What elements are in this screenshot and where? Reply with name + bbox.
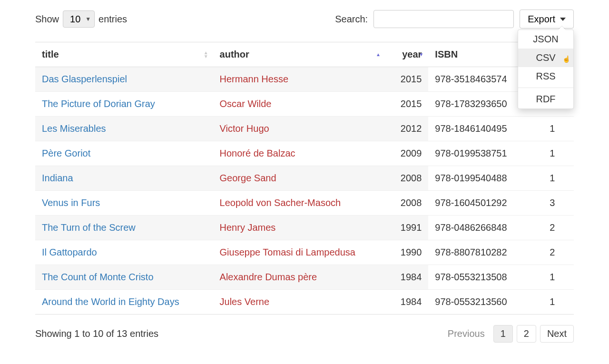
col-author[interactable]: author ▲ (213, 42, 385, 67)
cell-title: The Turn of the Screw (35, 216, 213, 240)
col-isbn[interactable]: ISBN ▲▼ (428, 42, 530, 67)
title-link[interactable]: The Turn of the Screw (42, 222, 136, 233)
export-option-csv[interactable]: CSV ☝ (518, 49, 573, 67)
title-link[interactable]: The Picture of Dorian Gray (42, 98, 155, 109)
cell-year: 2012 (385, 117, 429, 141)
cell-isbn: 978-1846140495 (428, 117, 530, 141)
table-row: Das GlasperlenspielHermann Hesse2015978-… (35, 67, 574, 92)
table-footer: Showing 1 to 10 of 13 entries Previous 1… (35, 325, 574, 343)
cell-year: 1990 (385, 240, 429, 265)
table-row: The Count of Monte CristoAlexandre Dumas… (35, 265, 574, 290)
cell-year: 1984 (385, 265, 429, 290)
data-table: title ▲▼ author ▲ year ▼ ISBN ▲ (35, 42, 574, 315)
cell-title: Père Goriot (35, 141, 213, 166)
search-input[interactable] (373, 10, 514, 28)
export-option-rdf[interactable]: RDF (518, 90, 573, 108)
cell-count: 1 (530, 166, 574, 191)
title-link[interactable]: Les Miserables (42, 123, 106, 134)
title-link[interactable]: Around the World in Eighty Days (42, 296, 179, 307)
cell-author: Honoré de Balzac (213, 141, 385, 166)
table-row: Around the World in Eighty DaysJules Ver… (35, 290, 574, 315)
export-option-csv-label: CSV (536, 52, 555, 63)
cell-year: 2015 (385, 92, 429, 117)
cell-author: Leopold von Sacher-Masoch (213, 191, 385, 216)
cell-count: 3 (530, 191, 574, 216)
export-option-json[interactable]: JSON (518, 30, 573, 49)
table-row: Père GoriotHonoré de Balzac2009978-01995… (35, 141, 574, 166)
page-previous[interactable]: Previous (443, 325, 490, 342)
title-link[interactable]: Venus in Furs (42, 197, 100, 208)
page-length-select[interactable]: 10 (63, 10, 95, 28)
table-info: Showing 1 to 10 of 13 entries (35, 328, 158, 339)
sort-icon: ▼ (419, 53, 423, 57)
title-link[interactable]: Il Gattopardo (42, 247, 97, 257)
table-row: IndianaGeorge Sand2008978-01995404881 (35, 166, 574, 191)
cell-author: Jules Verne (213, 290, 385, 315)
cell-author: Alexandre Dumas père (213, 265, 385, 290)
title-link[interactable]: Indiana (42, 173, 73, 183)
col-title-label: title (42, 49, 59, 59)
table-controls: Show 10 ▼ entries Search: Export JSON CS… (35, 10, 574, 29)
cell-isbn: 978-0553213560 (428, 290, 530, 315)
title-link[interactable]: Père Goriot (42, 148, 90, 158)
table-row: The Picture of Dorian GrayOscar Wilde201… (35, 92, 574, 117)
cell-author: George Sand (213, 166, 385, 191)
cell-count: 1 (530, 141, 574, 166)
cell-year: 1984 (385, 290, 429, 315)
col-title[interactable]: title ▲▼ (35, 42, 213, 67)
cell-author: Oscar Wilde (213, 92, 385, 117)
search-export-group: Search: Export JSON CSV ☝ RSS RDF (335, 10, 574, 29)
table-row: Il GattopardoGiuseppe Tomasi di Lampedus… (35, 240, 574, 265)
cell-title: Venus in Furs (35, 191, 213, 216)
cell-year: 2008 (385, 166, 429, 191)
title-link[interactable]: The Count of Monte Cristo (42, 272, 154, 282)
cell-isbn: 978-3518463574 (428, 67, 530, 92)
cell-count: 1 (530, 117, 574, 141)
cell-year: 2008 (385, 191, 429, 216)
cell-author: Henry James (213, 216, 385, 240)
cell-year: 1991 (385, 216, 429, 240)
export-button[interactable]: Export (520, 10, 574, 29)
cell-author: Giuseppe Tomasi di Lampedusa (213, 240, 385, 265)
cell-author: Hermann Hesse (213, 67, 385, 92)
title-link[interactable]: Das Glasperlenspiel (42, 74, 127, 84)
search-label: Search: (335, 14, 368, 25)
cell-title: Das Glasperlenspiel (35, 67, 213, 92)
cell-title: Around the World in Eighty Days (35, 290, 213, 315)
page-number[interactable]: 1 (493, 325, 513, 343)
cell-count: 1 (530, 265, 574, 290)
page-length-control: Show 10 ▼ entries (35, 10, 127, 28)
cell-isbn: 978-0199538751 (428, 141, 530, 166)
table-row: The Turn of the ScrewHenry James1991978-… (35, 216, 574, 240)
cell-isbn: 978-1783293650 (428, 92, 530, 117)
cell-title: Il Gattopardo (35, 240, 213, 265)
col-year[interactable]: year ▼ (385, 42, 429, 67)
show-label-before: Show (35, 14, 59, 25)
dropdown-divider (518, 88, 573, 88)
col-author-label: author (220, 49, 249, 59)
cell-title: Indiana (35, 166, 213, 191)
export-button-label: Export (528, 14, 555, 25)
cell-count: 2 (530, 240, 574, 265)
cell-isbn: 978-1604501292 (428, 191, 530, 216)
cell-count: 1 (530, 290, 574, 315)
cell-isbn: 978-0486266848 (428, 216, 530, 240)
cell-isbn: 978-8807810282 (428, 240, 530, 265)
show-label-after: entries (98, 14, 127, 25)
page-next[interactable]: Next (540, 325, 574, 343)
table-row: Les MiserablesVictor Hugo2012978-1846140… (35, 117, 574, 141)
pointer-cursor-icon: ☝ (562, 55, 570, 62)
cell-title: Les Miserables (35, 117, 213, 141)
pagination: Previous 12 Next (443, 325, 574, 343)
cell-isbn: 978-0199540488 (428, 166, 530, 191)
table-row: Venus in FursLeopold von Sacher-Masoch20… (35, 191, 574, 216)
cell-title: The Picture of Dorian Gray (35, 92, 213, 117)
export-option-rss[interactable]: RSS (518, 67, 573, 86)
page-number[interactable]: 2 (517, 325, 536, 343)
col-isbn-label: ISBN (435, 49, 458, 59)
cell-year: 2015 (385, 67, 429, 92)
sort-icon: ▲ (376, 53, 381, 57)
caret-down-icon (560, 18, 566, 21)
cell-title: The Count of Monte Cristo (35, 265, 213, 290)
table-header-row: title ▲▼ author ▲ year ▼ ISBN ▲ (35, 42, 574, 67)
